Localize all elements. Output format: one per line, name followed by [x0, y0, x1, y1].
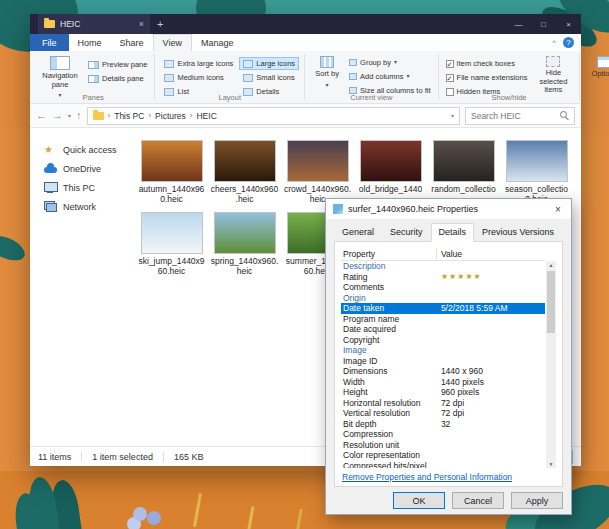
- sidebar-item[interactable]: This PC: [30, 179, 125, 196]
- layout-option[interactable]: Large icons: [239, 57, 299, 70]
- file-thumbnail[interactable]: [287, 140, 349, 182]
- ribbon-collapse-icon[interactable]: ^: [552, 38, 556, 47]
- group-by-button[interactable]: Group by ▾: [347, 57, 432, 68]
- tab-close-icon[interactable]: ×: [139, 19, 144, 29]
- property-row[interactable]: Width 1440 pixels: [341, 377, 545, 388]
- properties-rows: Description Rating ★★★★★ Comments Origin…: [341, 261, 545, 468]
- options-button[interactable]: Options: [585, 54, 609, 79]
- layout-option[interactable]: Small icons: [239, 71, 299, 84]
- scroll-up-icon[interactable]: ▲: [549, 261, 554, 269]
- property-row[interactable]: Image: [341, 345, 545, 356]
- property-row[interactable]: Dimensions 1440 x 960: [341, 366, 545, 377]
- file-thumbnail[interactable]: [141, 212, 203, 254]
- dialog-tab[interactable]: Previous Versions: [474, 223, 562, 242]
- maximize-button[interactable]: □: [531, 14, 556, 34]
- property-row[interactable]: Comments: [341, 282, 545, 293]
- dialog-tab[interactable]: General: [334, 223, 382, 242]
- sort-by-button[interactable]: Sort by ▾: [310, 54, 344, 89]
- property-row[interactable]: Image ID: [341, 356, 545, 367]
- breadcrumb-item-label[interactable]: HEIC: [196, 111, 216, 121]
- preview-pane-label: Preview pane: [102, 60, 147, 69]
- property-row[interactable]: Description: [341, 261, 545, 272]
- layout-option[interactable]: Extra large icons: [160, 57, 237, 70]
- back-button[interactable]: ←: [36, 110, 47, 121]
- ribbon-tab-home[interactable]: Home: [69, 34, 111, 51]
- checkbox[interactable]: ✓: [446, 60, 454, 68]
- property-row[interactable]: Bit depth 32: [341, 419, 545, 430]
- property-row[interactable]: Horizontal resolution 72 dpi: [341, 398, 545, 409]
- file-item[interactable]: ski_jump_1440x9 60.heic: [135, 212, 208, 277]
- file-thumbnail[interactable]: [141, 140, 203, 182]
- file-thumbnail[interactable]: [360, 140, 422, 182]
- dialog-tab[interactable]: Details: [431, 223, 475, 242]
- file-thumbnail[interactable]: [214, 212, 276, 254]
- ribbon-tab-file[interactable]: File: [30, 34, 69, 51]
- file-item[interactable]: crowd_1440x960. heic: [281, 140, 354, 205]
- file-item[interactable]: spring_1440x960. heic: [208, 212, 281, 277]
- scroll-down-icon[interactable]: ▼: [549, 460, 554, 468]
- show-hide-checkbox-row[interactable]: ✓ Item check boxes: [444, 58, 530, 69]
- help-button[interactable]: ?: [563, 37, 574, 48]
- property-row[interactable]: Resolution unit: [341, 440, 545, 451]
- cancel-button[interactable]: Cancel: [452, 492, 504, 509]
- add-columns-button[interactable]: Add columns ▾: [347, 71, 432, 82]
- close-button[interactable]: ×: [556, 14, 581, 34]
- preview-pane-button[interactable]: Preview pane: [86, 59, 149, 70]
- address-dropdown-icon[interactable]: ▾: [451, 112, 454, 119]
- search-input[interactable]: [471, 111, 556, 121]
- property-row[interactable]: Origin: [341, 293, 545, 304]
- search-box[interactable]: [465, 107, 575, 125]
- breadcrumb-item-label[interactable]: Pictures: [155, 111, 186, 121]
- property-row[interactable]: Program name: [341, 314, 545, 325]
- explorer-tab[interactable]: HEIC ×: [38, 14, 150, 34]
- up-button[interactable]: ↑: [76, 110, 82, 121]
- property-row[interactable]: Copyright: [341, 335, 545, 346]
- scrollbar-thumb[interactable]: [547, 271, 555, 333]
- property-row[interactable]: Compression: [341, 429, 545, 440]
- property-row[interactable]: Vertical resolution 72 dpi: [341, 408, 545, 419]
- breadcrumb-item[interactable]: This PC ›: [114, 111, 151, 121]
- file-thumbnail[interactable]: [506, 140, 568, 182]
- property-row[interactable]: Date taken 5/2/2018 5:59 AM: [341, 303, 545, 314]
- new-tab-button[interactable]: +: [157, 18, 163, 30]
- minimize-button[interactable]: —: [506, 14, 531, 34]
- apply-button[interactable]: Apply: [511, 492, 563, 509]
- property-row[interactable]: Compressed bits/pixel: [341, 461, 545, 469]
- property-row[interactable]: Color representation: [341, 450, 545, 461]
- ribbon-tab-view[interactable]: View: [153, 34, 192, 51]
- forward-button[interactable]: →: [52, 110, 63, 121]
- file-thumbnail[interactable]: [214, 140, 276, 182]
- hide-selected-items-button[interactable]: Hide selected items: [532, 54, 574, 95]
- sidebar-item[interactable]: Quick access: [30, 141, 125, 158]
- sidebar-item[interactable]: Network: [30, 198, 125, 215]
- remove-properties-link[interactable]: Remove Properties and Personal Informati…: [341, 472, 556, 482]
- property-name: Origin: [341, 293, 437, 303]
- property-row[interactable]: Rating ★★★★★: [341, 272, 545, 283]
- dialog-close-button[interactable]: ×: [545, 199, 571, 219]
- property-row[interactable]: Height 960 pixels: [341, 387, 545, 398]
- breadcrumb-item-label[interactable]: This PC: [114, 111, 144, 121]
- checkbox[interactable]: ✓: [446, 74, 454, 82]
- file-thumbnail[interactable]: [433, 140, 495, 182]
- layout-option[interactable]: Medium icons: [160, 71, 237, 84]
- property-name: Date acquired: [341, 324, 437, 334]
- breadcrumb-item[interactable]: Pictures ›: [155, 111, 192, 121]
- file-item[interactable]: old_bridge_1440: [354, 140, 427, 205]
- details-pane-button[interactable]: Details pane: [86, 73, 149, 84]
- file-item[interactable]: season_collectio 0.heic: [500, 140, 573, 205]
- scrollbar[interactable]: ▲ ▼: [546, 261, 556, 468]
- ok-button[interactable]: OK: [393, 492, 445, 509]
- ribbon-tab-manage[interactable]: Manage: [192, 34, 243, 51]
- address-breadcrumb[interactable]: › This PC › Pictures › HEIC ▾: [87, 107, 460, 125]
- file-item[interactable]: cheers_1440x960 .heic: [208, 140, 281, 205]
- group-label-current-view: Current view: [305, 93, 437, 102]
- dialog-tab[interactable]: Security: [382, 223, 431, 242]
- sidebar-item[interactable]: OneDrive: [30, 160, 125, 177]
- property-row[interactable]: Date acquired: [341, 324, 545, 335]
- recent-locations-dropdown-icon[interactable]: ▾: [68, 112, 71, 119]
- file-item[interactable]: random_collectio: [427, 140, 500, 205]
- file-item[interactable]: autumn_1440x96 0.heic: [135, 140, 208, 205]
- breadcrumb-item[interactable]: HEIC: [196, 111, 216, 121]
- show-hide-checkbox-row[interactable]: ✓ File name extensions: [444, 72, 530, 83]
- ribbon-tab-share[interactable]: Share: [111, 34, 153, 51]
